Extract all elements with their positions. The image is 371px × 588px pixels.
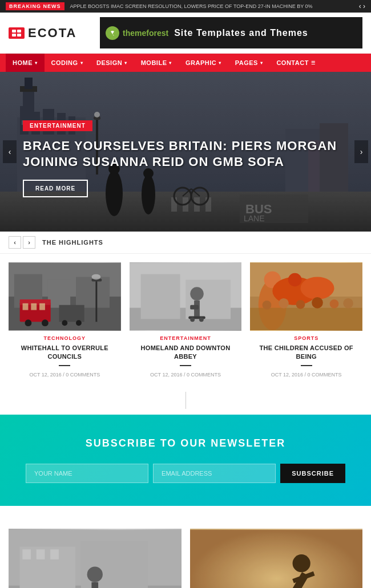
nav-arrow-pages: ▾ <box>260 60 263 66</box>
svg-rect-2 <box>12 34 16 37</box>
card-1: TECHNOLOGY WHITEHALL TO OVERRULE COUNCIL… <box>9 262 121 378</box>
bottom-card-image-2: ENTERTAINMENT <box>190 529 363 588</box>
highlights-label: THE HIGHLIGHTS <box>42 239 103 246</box>
bottom-card-2: ENTERTAINMENT DOWNTON ABBEY REVIEW: IS T… <box>190 529 363 588</box>
svg-rect-73 <box>130 263 242 330</box>
card-divider-2 <box>180 365 191 366</box>
logo-icon <box>9 27 25 39</box>
nav-item-graphic[interactable]: GRAPHIC ▾ <box>179 54 228 72</box>
svg-rect-3 <box>17 34 21 37</box>
cards-row: TECHNOLOGY WHITEHALL TO OVERRULE COUNCIL… <box>0 254 371 386</box>
newsletter-form: SUBSCRIBE <box>26 464 345 483</box>
breaking-news-bar: BREAKING NEWS APPLE BOOSTS IMAC SCREEN R… <box>0 0 371 13</box>
nav-item-mobile[interactable]: MOBILE ▾ <box>134 54 179 72</box>
hero-content: ENTERTAINMENT BRACE YOURSELVES BRITAIN: … <box>23 120 348 197</box>
card-image-2 <box>130 262 242 331</box>
highlights-nav: ‹ › <box>9 236 35 249</box>
navigation: HOME ▾ CODING ▾ DESIGN ▾ MOBILE ▾ GRAPHI… <box>0 54 371 72</box>
hero-slider: BUS LANE ENTERTAINMENT BRACE YOURSELVES … <box>0 72 371 232</box>
spacer <box>0 506 371 523</box>
card-meta-2: OCT 12, 2016 / 0 COMMENTS <box>130 372 242 378</box>
svg-rect-0 <box>12 30 16 33</box>
card-2: ENTERTAINMENT HOMELAND AND DOWNTON ABBEY… <box>130 262 242 378</box>
card-title-2: HOMELAND AND DOWNTON ABBEY <box>130 344 242 362</box>
logo-area: ECOTA <box>9 26 100 40</box>
newsletter-email-input[interactable] <box>153 464 276 483</box>
nav-item-pages[interactable]: PAGES ▾ <box>228 54 270 72</box>
highlights-next-button[interactable]: › <box>23 236 35 249</box>
header: ECOTA themeforest Site Templates and The… <box>0 13 371 54</box>
svg-rect-102 <box>9 530 182 588</box>
card-divider-1 <box>59 365 70 366</box>
nav-arrow-contact: ☰ <box>311 60 316 66</box>
banner-title: Site Templates and Themes <box>174 28 308 38</box>
hero-prev-button[interactable]: ‹ <box>3 140 17 163</box>
card-category-2: ENTERTAINMENT <box>130 335 242 341</box>
banner-area: themeforest Site Templates and Themes <box>100 17 362 48</box>
nav-arrow-design: ▾ <box>124 60 127 66</box>
themeforest-logo: themeforest <box>106 26 168 40</box>
svg-rect-62 <box>9 263 121 330</box>
nav-arrow-coding: ▾ <box>80 60 83 66</box>
svg-rect-88 <box>250 263 362 330</box>
card-title-1: WHITEHALL TO OVERRULE COUNCILS <box>9 344 121 362</box>
nav-arrow-graphic: ▾ <box>219 60 221 66</box>
bottom-cards-row: SPORTS REUS MISSES SUM UP GERMANY'S Got … <box>0 523 371 588</box>
newsletter-subscribe-button[interactable]: SUBSCRIBE <box>280 464 345 483</box>
hero-next-button[interactable]: › <box>354 140 368 163</box>
logo-text: ECOTA <box>28 26 76 40</box>
newsletter-section: SUBSCRIBE TO OUR NEWSLETER SUBSCRIBE <box>0 415 371 506</box>
hero-category: ENTERTAINMENT <box>23 120 92 131</box>
card-category-3: SPORTS <box>250 335 362 341</box>
newsletter-name-input[interactable] <box>26 464 148 483</box>
card-divider-3 <box>301 365 312 366</box>
hero-read-more-button[interactable]: READ MORE <box>23 180 88 197</box>
svg-rect-112 <box>190 530 363 588</box>
card-title-3: THE CHILDREN ACCUSED OF BEING <box>250 344 362 362</box>
card-3: SPORTS THE CHILDREN ACCUSED OF BEING OCT… <box>250 262 362 378</box>
newsletter-title: SUBSCRIBE TO OUR NEWSLETER <box>86 437 286 449</box>
card-meta-3: OCT 12, 2016 / 0 COMMENTS <box>250 372 362 378</box>
nav-arrow-home: ▾ <box>35 60 38 66</box>
card-image-3 <box>250 262 362 331</box>
highlights-prev-button[interactable]: ‹ <box>9 236 21 249</box>
tf-icon <box>106 26 119 40</box>
nav-item-home[interactable]: HOME ▾ <box>6 54 45 72</box>
divider-line <box>186 392 186 409</box>
card-meta-1: OCT 12, 2016 / 0 COMMENTS <box>9 372 121 378</box>
svg-rect-1 <box>17 30 21 33</box>
section-divider <box>0 386 371 415</box>
tf-name: themeforest <box>123 29 168 38</box>
highlights-bar: ‹ › THE HIGHLIGHTS <box>0 232 371 254</box>
breaking-arrows[interactable]: ‹ › <box>359 2 365 10</box>
card-image-1 <box>9 262 121 331</box>
card-category-1: TECHNOLOGY <box>9 335 121 341</box>
bottom-card-1: SPORTS REUS MISSES SUM UP GERMANY'S Got … <box>9 529 182 588</box>
nav-item-design[interactable]: DESIGN ▾ <box>90 54 134 72</box>
breaking-text: APPLE BOOSTS IMAC SCREEN RESOLUTION, LOW… <box>70 3 359 9</box>
nav-item-coding[interactable]: CODING ▾ <box>45 54 90 72</box>
hero-title: BRACE YOURSELVES BRITAIN: PIERS MORGAN J… <box>23 138 348 171</box>
bottom-card-image-1: SPORTS <box>9 529 182 588</box>
nav-item-contact[interactable]: CONTACT ☰ <box>269 54 322 72</box>
nav-arrow-mobile: ▾ <box>169 60 172 66</box>
breaking-label: BREAKING NEWS <box>6 2 64 10</box>
